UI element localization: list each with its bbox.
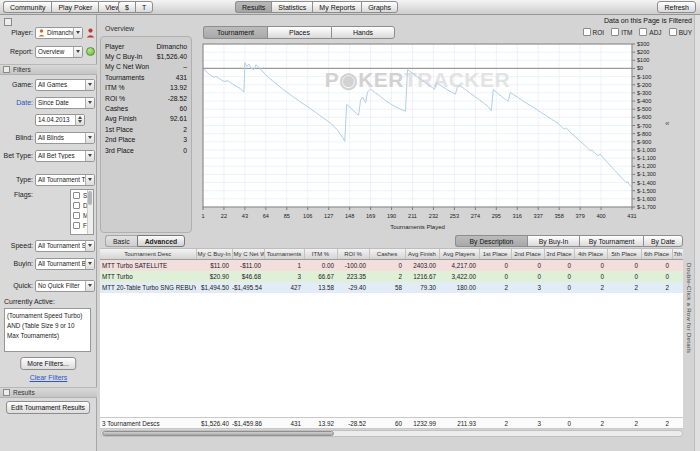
column-header[interactable]: My C Net Won: [232, 249, 264, 260]
table-row[interactable]: MTT Turbo$20.90$46.68366.67223.3521216.6…: [100, 271, 683, 282]
tab-by-description[interactable]: By Description: [455, 235, 527, 247]
column-header[interactable]: Tournaments: [264, 249, 304, 260]
quick-select-arrow-icon[interactable]: [85, 281, 94, 291]
row-detail-hint: Double-Click a Row for Details: [686, 263, 692, 353]
tab-tournament[interactable]: Tournament: [203, 26, 267, 39]
flags-scrollbar-thumb[interactable]: [88, 191, 92, 205]
bet-type-select[interactable]: All Bet Types: [35, 150, 95, 162]
report-label: Report:: [0, 48, 35, 55]
player-select-value: Dimancho: [45, 29, 73, 36]
date-input[interactable]: 14.04.2013: [35, 114, 85, 126]
column-header[interactable]: Cashes: [369, 249, 405, 260]
date-mode-select[interactable]: Since Date: [35, 97, 95, 109]
filters-section-header[interactable]: Filters: [0, 64, 97, 75]
checkbox-icon[interactable]: [73, 202, 80, 209]
checkbox-icon[interactable]: [73, 222, 80, 229]
tab-my-reports[interactable]: My Reports: [312, 1, 361, 13]
filters-section-label: Filters: [13, 66, 31, 73]
checkbox-icon[interactable]: [669, 28, 677, 36]
checkbox-icon[interactable]: [73, 192, 80, 199]
horizontal-scrollbar-thumb[interactable]: [102, 431, 334, 436]
edit-tournament-results-button[interactable]: Edit Tournament Results: [6, 401, 90, 414]
checkbox-icon[interactable]: [639, 28, 647, 36]
tab-graphs[interactable]: Graphs: [361, 1, 398, 13]
tab-places[interactable]: Places: [267, 26, 331, 39]
type-select[interactable]: All Tournament Types: [35, 174, 95, 186]
buy-checkbox[interactable]: BUY: [669, 28, 692, 36]
tab-results[interactable]: Results: [235, 1, 271, 13]
date-mode-arrow-icon[interactable]: [85, 98, 94, 108]
column-header[interactable]: Avg Finish: [405, 249, 439, 260]
column-header[interactable]: 1st Place: [479, 249, 511, 260]
tab-hands[interactable]: Hands: [331, 26, 395, 39]
tournament-toggle-button[interactable]: T: [135, 1, 153, 13]
itm-checkbox[interactable]: ITM: [611, 28, 632, 36]
dollar-toggle-button[interactable]: $: [118, 1, 135, 13]
column-header[interactable]: 7th Place: [672, 249, 683, 260]
blind-select[interactable]: All Blinds: [35, 132, 95, 144]
speed-select[interactable]: All Tournament Speed: [35, 240, 95, 252]
tab-advanced[interactable]: Advanced: [137, 235, 185, 247]
column-header[interactable]: Avg Players: [439, 249, 479, 260]
quick-select[interactable]: No Quick Filter: [35, 280, 95, 292]
adj-checkbox[interactable]: ADJ: [639, 28, 661, 36]
column-header[interactable]: ROI %: [337, 249, 369, 260]
clear-filters-link[interactable]: Clear Filters: [0, 374, 97, 381]
buyin-select[interactable]: All Tournament Buyins: [35, 258, 95, 270]
column-header[interactable]: 4th Place: [574, 249, 607, 260]
column-header[interactable]: Tournament Desc: [100, 249, 196, 260]
tab-by-buyin[interactable]: By Buy-In: [527, 235, 579, 247]
vertical-scrollbar[interactable]: [694, 15, 700, 451]
svg-text:$-900: $-900: [637, 139, 651, 145]
column-header[interactable]: 6th Place: [641, 249, 672, 260]
tab-statistics[interactable]: Statistics: [271, 1, 312, 13]
date-stepper[interactable]: [75, 115, 84, 125]
flag-item-deep[interactable]: DEEP: [71, 200, 87, 210]
more-filters-button[interactable]: More Filters...: [20, 357, 76, 370]
collapse-panel-icon[interactable]: «: [665, 119, 669, 128]
column-header[interactable]: My C Buy-In: [196, 249, 232, 260]
svg-text:$-500: $-500: [637, 106, 651, 112]
column-header[interactable]: ITM %: [304, 249, 337, 260]
bet-type-select-arrow-icon[interactable]: [85, 151, 94, 161]
flag-item-steps[interactable]: STEPS: [71, 190, 87, 200]
table-row[interactable]: MTT Turbo SATELLITE$11.00-$11.0010.00-10…: [100, 260, 683, 272]
table-row[interactable]: MTT 20-Table Turbo SNG REBUY$1,494.50-$1…: [100, 282, 683, 293]
checkbox-icon[interactable]: [611, 28, 619, 36]
pane-collapse-icon[interactable]: [4, 18, 12, 26]
column-header[interactable]: 3rd Place: [544, 249, 574, 260]
column-header[interactable]: 2nd Place: [511, 249, 544, 260]
refresh-button[interactable]: Refresh: [657, 1, 696, 13]
results-section-header[interactable]: Results: [0, 387, 97, 398]
column-header[interactable]: 5th Place: [607, 249, 641, 260]
play-poker-button[interactable]: Play Poker: [51, 1, 98, 13]
quick-label: Quick:: [0, 282, 35, 289]
horizontal-scrollbar[interactable]: [100, 430, 683, 437]
checkbox-icon[interactable]: [73, 212, 80, 219]
flag-item-multientry[interactable]: MULTIENTRY: [71, 210, 87, 220]
date-value-row: 14.04.2013: [0, 113, 97, 126]
summary-cell: 3: [511, 418, 544, 428]
flag-item-fifty50[interactable]: FIFTY50: [71, 220, 87, 230]
flags-scrollbar[interactable]: [87, 190, 93, 234]
roi-checkbox[interactable]: ROI: [583, 28, 605, 36]
report-select-arrow-icon[interactable]: [73, 47, 82, 57]
table-cell: [672, 260, 683, 272]
table-cell: 2: [574, 282, 607, 293]
game-select[interactable]: All Games: [35, 79, 95, 91]
tab-by-date[interactable]: By Date: [643, 235, 683, 247]
blind-select-arrow-icon[interactable]: [85, 133, 94, 143]
tab-basic[interactable]: Basic: [105, 235, 137, 247]
manage-players-button[interactable]: [85, 27, 96, 39]
report-status-button[interactable]: [85, 46, 96, 58]
checkbox-icon[interactable]: [583, 28, 591, 36]
game-select-arrow-icon[interactable]: [85, 80, 94, 90]
type-select-arrow-icon[interactable]: [85, 175, 94, 185]
player-select-arrow-icon[interactable]: [73, 28, 82, 38]
speed-select-arrow-icon[interactable]: [85, 241, 94, 251]
tab-by-tournament[interactable]: By Tournament: [579, 235, 643, 247]
buyin-select-arrow-icon[interactable]: [85, 259, 94, 269]
community-button[interactable]: Community: [3, 1, 51, 13]
report-select[interactable]: Overview: [35, 46, 83, 58]
player-select[interactable]: Dimancho: [35, 27, 83, 39]
